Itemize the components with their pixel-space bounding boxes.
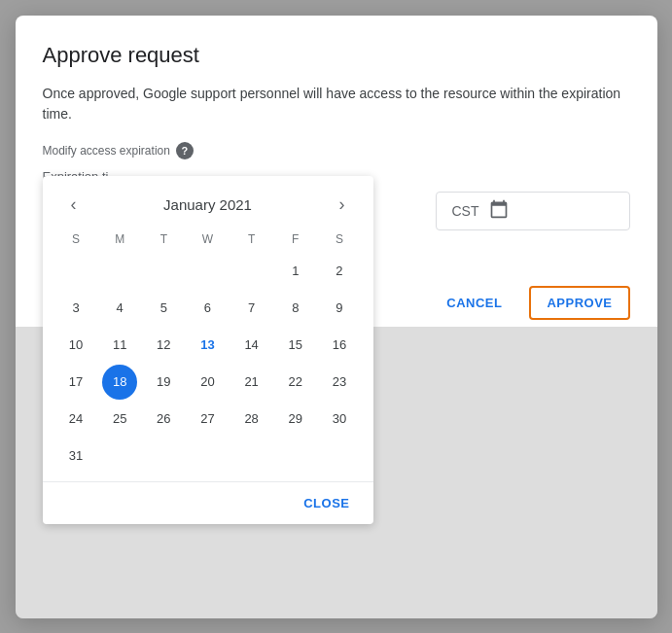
calendar-days: 1234567891011121314151617181920212223242… [54, 254, 362, 474]
next-month-button[interactable]: › [327, 190, 358, 221]
cst-value: CST [452, 203, 479, 219]
weekday-tue: T [142, 229, 186, 250]
calendar-day [102, 254, 137, 289]
help-icon[interactable]: ? [176, 142, 194, 159]
calendar-day[interactable]: 18 [102, 365, 137, 400]
chevron-right-icon: › [339, 194, 345, 215]
calendar-day [146, 254, 181, 289]
calendar-day[interactable]: 31 [58, 439, 93, 474]
cst-box: CST [436, 192, 630, 230]
calendar-day[interactable]: 6 [190, 291, 225, 326]
approve-button[interactable]: APPROVE [529, 286, 629, 320]
close-button[interactable]: CLOSE [296, 492, 357, 514]
calendar-header: ‹ January 2021 › [43, 176, 373, 229]
calendar-day[interactable]: 14 [234, 328, 269, 363]
calendar-day[interactable]: 3 [58, 291, 93, 326]
calendar-day[interactable]: 2 [322, 254, 357, 289]
calendar-day[interactable]: 29 [278, 402, 313, 437]
modify-access-label: Modify access expiration ? [43, 142, 630, 159]
weekday-mon: M [98, 229, 142, 250]
calendar-day[interactable]: 20 [190, 365, 225, 400]
cst-field-container: CST [436, 192, 630, 230]
calendar-day[interactable]: 23 [322, 365, 357, 400]
calendar-day[interactable]: 12 [146, 328, 181, 363]
calendar-day[interactable]: 5 [146, 291, 181, 326]
dialog-actions: CANCEL APPROVE [435, 286, 629, 320]
calendar-day[interactable]: 1 [278, 254, 313, 289]
calendar-day[interactable]: 24 [58, 402, 93, 437]
dialog-description: Once approved, Google support personnel … [43, 84, 630, 124]
calendar-day[interactable]: 30 [322, 402, 357, 437]
calendar-day [234, 254, 269, 289]
weekday-thu: T [230, 229, 273, 250]
calendar-day[interactable]: 16 [322, 328, 357, 363]
calendar-popup: ‹ January 2021 › S M T W T F S 123456789… [43, 176, 373, 524]
calendar-day[interactable]: 8 [278, 291, 313, 326]
weekday-fri: F [273, 229, 317, 250]
calendar-weekdays: S M T W T F S [54, 229, 362, 250]
chevron-left-icon: ‹ [71, 194, 77, 215]
calendar-day[interactable]: 7 [234, 291, 269, 326]
calendar-day[interactable]: 4 [102, 291, 137, 326]
weekday-sun: S [54, 229, 98, 250]
calendar-day[interactable]: 15 [278, 328, 313, 363]
calendar-day[interactable]: 26 [146, 402, 181, 437]
calendar-icon[interactable] [489, 199, 509, 222]
calendar-day [58, 254, 93, 289]
calendar-day[interactable]: 25 [102, 402, 137, 437]
calendar-day [190, 254, 225, 289]
calendar-day[interactable]: 22 [278, 365, 313, 400]
calendar-day[interactable]: 19 [146, 365, 181, 400]
calendar-day[interactable]: 27 [190, 402, 225, 437]
weekday-sat: S [317, 229, 361, 250]
calendar-day[interactable]: 21 [234, 365, 269, 400]
calendar-day[interactable]: 11 [102, 328, 137, 363]
calendar-day[interactable]: 9 [322, 291, 357, 326]
calendar-day[interactable]: 17 [58, 365, 93, 400]
cancel-button[interactable]: CANCEL [435, 288, 513, 318]
prev-month-button[interactable]: ‹ [58, 190, 89, 221]
calendar-day[interactable]: 28 [234, 402, 269, 437]
calendar-day[interactable]: 13 [190, 328, 225, 363]
calendar-grid: S M T W T F S 12345678910111213141516171… [43, 229, 373, 481]
calendar-day[interactable]: 10 [58, 328, 93, 363]
calendar-month-year: January 2021 [163, 196, 252, 213]
approve-dialog: Approve request Once approved, Google su… [16, 16, 657, 618]
weekday-wed: W [186, 229, 230, 250]
dialog-title: Approve request [43, 43, 630, 68]
calendar-footer: CLOSE [43, 481, 373, 524]
